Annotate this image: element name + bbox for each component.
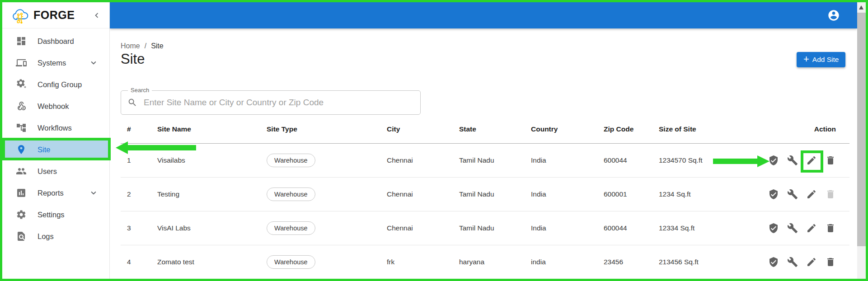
sidebar-item-site[interactable]: Site <box>2 139 109 160</box>
table-body: 1 Visailabs Warehouse Chennai Tamil Nadu… <box>121 144 849 279</box>
wrench-icon[interactable] <box>787 257 798 267</box>
edit-pencil-icon[interactable] <box>806 223 817 234</box>
breadcrumb: Home / Site <box>121 42 164 50</box>
col-header-country: Country <box>525 125 597 133</box>
chevron-down-icon <box>89 58 99 68</box>
bar-chart-icon <box>16 187 27 198</box>
sidebar-item-label: Config Group <box>38 80 82 89</box>
table-row: 3 VisAI Labs Warehouse Chennai Tamil Nad… <box>121 211 849 245</box>
trash-icon[interactable] <box>825 223 836 234</box>
search-icon <box>127 98 137 108</box>
breadcrumb-current: Site <box>151 42 164 50</box>
doc-search-icon <box>16 231 27 242</box>
sidebar-item-label: Site <box>38 145 50 154</box>
scrollbar-up-arrow-icon[interactable] <box>859 5 863 9</box>
sidebar-item-label: Logs <box>38 232 54 241</box>
sidebar-item-label: Reports <box>38 189 64 197</box>
topbar <box>110 2 857 28</box>
sidebar-item-users[interactable]: Users <box>2 160 109 182</box>
sidebar-nav: DashboardSystemsConfig GroupWebhookWorkf… <box>2 28 109 247</box>
trash-icon[interactable] <box>825 155 836 166</box>
workflow-icon <box>16 122 27 133</box>
sidebar-item-webhook[interactable]: Webhook <box>2 95 109 117</box>
table-row: 1 Visailabs Warehouse Chennai Tamil Nadu… <box>121 144 849 178</box>
webhook-icon <box>16 101 27 112</box>
sidebar-item-label: Users <box>38 167 57 176</box>
devices-icon <box>16 57 27 68</box>
wrench-icon[interactable] <box>787 223 798 234</box>
sidebar-item-label: Systems <box>38 59 66 67</box>
sidebar-item-dashboard[interactable]: Dashboard <box>2 30 109 52</box>
table-header-row: # Site Name Site Type City State Country… <box>121 115 849 144</box>
scrollbar-thumb[interactable] <box>857 13 866 246</box>
col-header-site-type: Site Type <box>260 125 380 133</box>
gear-icon <box>16 209 27 220</box>
cloud-circuit-logo-icon <box>11 7 31 24</box>
site-type-chip: Warehouse <box>267 221 315 235</box>
sidebar-item-workflows[interactable]: Workflows <box>2 117 109 139</box>
sidebar-item-label: Dashboard <box>38 37 74 46</box>
sidebar-item-reports[interactable]: Reports <box>2 182 109 204</box>
edit-pencil-icon[interactable] <box>806 155 817 166</box>
main-content: Home / Site Site + Add Site Search # Sit… <box>110 28 857 279</box>
trash-icon <box>825 189 836 200</box>
col-header-action: Action <box>730 125 849 133</box>
screenshot-stage: FORGE DashboardSystemsConfig GroupWebhoo… <box>0 0 868 281</box>
location-pin-icon <box>16 144 27 155</box>
sidebar-item-label: Settings <box>38 211 65 219</box>
brand-name: FORGE <box>33 9 75 22</box>
search-field: Search <box>121 90 421 115</box>
wrench-icon[interactable] <box>787 155 798 166</box>
sidebar-item-config-group[interactable]: Config Group <box>2 74 109 95</box>
row-actions <box>730 223 849 234</box>
vertical-scrollbar[interactable] <box>857 2 866 279</box>
site-type-chip: Warehouse <box>267 154 315 167</box>
config-gear-icon <box>16 79 27 90</box>
row-actions <box>730 257 849 267</box>
table-row: 2 Testing Warehouse Chennai Tamil Nadu I… <box>121 178 849 211</box>
shield-check-icon[interactable] <box>768 189 779 200</box>
row-actions <box>730 189 849 200</box>
sidebar: FORGE DashboardSystemsConfig GroupWebhoo… <box>2 2 110 279</box>
col-header-size: Size of Site <box>652 125 730 133</box>
people-icon <box>16 166 27 177</box>
breadcrumb-home[interactable]: Home <box>121 42 140 50</box>
dashboard-icon <box>16 36 27 47</box>
col-header-state: State <box>453 125 525 133</box>
col-header-site-name: Site Name <box>151 125 260 133</box>
page-title: Site <box>121 51 145 67</box>
trash-icon[interactable] <box>825 257 836 267</box>
row-actions <box>730 155 849 166</box>
chevron-left-icon[interactable] <box>91 10 102 21</box>
logo-row: FORGE <box>2 2 109 28</box>
col-header-num: # <box>121 125 151 133</box>
plus-icon: + <box>803 54 809 64</box>
sidebar-item-settings[interactable]: Settings <box>2 204 109 225</box>
sites-table: # Site Name Site Type City State Country… <box>121 115 849 279</box>
sidebar-item-logs[interactable]: Logs <box>2 225 109 247</box>
site-type-chip: Warehouse <box>267 187 315 201</box>
site-type-chip: Warehouse <box>267 255 315 269</box>
wrench-icon[interactable] <box>787 189 798 200</box>
chevron-down-icon <box>89 188 99 198</box>
col-header-zip: Zip Code <box>597 125 652 133</box>
shield-check-icon[interactable] <box>768 257 779 267</box>
sidebar-item-systems[interactable]: Systems <box>2 52 109 74</box>
edit-pencil-icon[interactable] <box>806 189 817 200</box>
edit-pencil-icon[interactable] <box>806 257 817 267</box>
shield-check-icon[interactable] <box>768 223 779 234</box>
account-circle-icon[interactable] <box>827 9 840 22</box>
add-site-button-label: Add Site <box>812 56 839 64</box>
table-row: 4 Zomato test Warehouse frk haryana indi… <box>121 245 849 279</box>
add-site-button[interactable]: + Add Site <box>797 52 845 67</box>
shield-check-icon[interactable] <box>768 155 779 166</box>
sidebar-item-label: Workflows <box>38 124 72 132</box>
breadcrumb-separator: / <box>145 42 146 50</box>
sidebar-item-label: Webhook <box>38 102 69 111</box>
search-input[interactable] <box>143 97 414 108</box>
col-header-city: City <box>380 125 453 133</box>
search-field-label: Search <box>128 87 152 94</box>
